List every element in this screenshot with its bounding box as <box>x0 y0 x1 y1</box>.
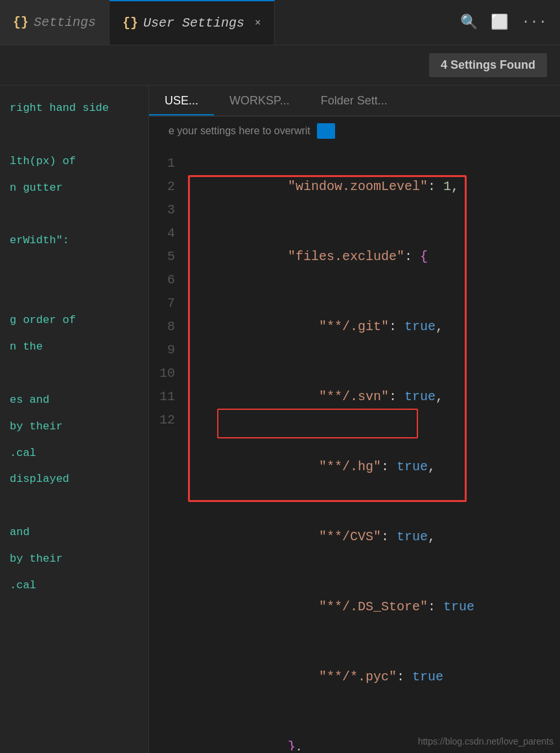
lp-item-13: by their <box>0 414 148 440</box>
close-tab-icon[interactable]: × <box>255 18 261 29</box>
lp-item-1: right hand side <box>0 95 148 122</box>
line-num-4: 4 <box>149 222 175 245</box>
lp-item-18: by their <box>0 546 148 573</box>
line-num-6: 6 <box>149 269 175 292</box>
line-num-10: 10 <box>149 362 175 385</box>
code-line-8: "**/.DS_Store": true <box>188 572 560 642</box>
line-numbers: 1 2 3 4 5 6 7 8 9 10 11 12 <box>149 152 188 750</box>
line-num-2: 2 <box>149 175 175 198</box>
line-num-3: 3 <box>149 198 175 222</box>
lp-item-15: displayed <box>0 466 148 493</box>
code-line-5: "**/.svn": true, <box>188 362 560 432</box>
code-line-3: "files.exclude": { <box>188 222 560 292</box>
more-actions-icon[interactable]: ··· <box>521 14 547 30</box>
instructions-line: e your settings here to overwrit <box>149 117 560 145</box>
lp-item-5 <box>0 202 148 228</box>
line-num-12: 12 <box>149 409 175 432</box>
lp-item-4: n gutter <box>0 175 148 202</box>
code-editor[interactable]: 1 2 3 4 5 6 7 8 9 10 11 12 <box>149 145 560 753</box>
right-panel: USE... WORKSP... Folder Sett... e your s… <box>149 86 560 753</box>
code-line-2: "window.zoomLevel": 1, <box>188 152 560 222</box>
code-line-6: "**/.hg": true, <box>188 432 560 502</box>
lp-item-19: .cal <box>0 573 148 599</box>
line-num-1: 1 <box>149 152 175 175</box>
left-panel-content: right hand side lth(px) of n gutter erWi… <box>0 86 148 609</box>
tab-settings-curly: {} <box>13 15 29 30</box>
left-panel: right hand side lth(px) of n gutter erWi… <box>0 86 149 753</box>
tab-user-settings-curly: {} <box>122 16 138 30</box>
lp-item-7 <box>0 254 148 281</box>
lp-item-16 <box>0 493 148 520</box>
code-content: "window.zoomLevel": 1, "files.exclude": … <box>188 152 560 750</box>
settings-found-bar: 4 Settings Found <box>0 45 560 86</box>
tab-bar: {} Settings {} User Settings × 🔍 ⬜ ··· <box>0 0 560 45</box>
line-num-11: 11 <box>149 385 175 409</box>
instructions-text: e your settings here to overwrit <box>169 125 310 137</box>
lp-item-6: erWidth": <box>0 228 148 254</box>
line-num-9: 9 <box>149 339 175 362</box>
code-line-7: "**/CVS": true, <box>188 502 560 572</box>
mini-icon <box>317 123 335 139</box>
split-editor-icon[interactable]: ⬜ <box>491 14 508 31</box>
code-line-4: "**/.git": true, <box>188 292 560 362</box>
code-lines: "window.zoomLevel": 1, "files.exclude": … <box>188 152 560 750</box>
lp-item-14: .cal <box>0 440 148 467</box>
code-line-9: "**/*.pyc": true <box>188 642 560 712</box>
content-area: right hand side lth(px) of n gutter erWi… <box>0 86 560 753</box>
lp-item-3: lth(px) of <box>0 149 148 175</box>
tab-workspace[interactable]: WORKSP... <box>214 88 305 115</box>
tab-folder[interactable]: Folder Sett... <box>305 88 403 115</box>
tab-user-settings-label: User Settings <box>143 16 244 30</box>
line-num-7: 7 <box>149 292 175 315</box>
tab-settings[interactable]: {} Settings <box>0 0 110 45</box>
lp-item-12: es and <box>0 387 148 414</box>
settings-found-badge: 4 Settings Found <box>429 53 547 77</box>
lp-item-11 <box>0 361 148 387</box>
lp-item-10: n the <box>0 334 148 361</box>
tab-user[interactable]: USE... <box>149 88 214 115</box>
line-num-5: 5 <box>149 245 175 269</box>
tab-toolbar: 🔍 ⬜ ··· <box>460 14 560 31</box>
tab-user-settings[interactable]: {} User Settings × <box>110 0 275 45</box>
lp-item-9: g order of <box>0 307 148 334</box>
lp-item-2 <box>0 122 148 149</box>
editor-tabs: USE... WORKSP... Folder Sett... <box>149 86 560 117</box>
line-num-8: 8 <box>149 315 175 339</box>
lp-item-17: and <box>0 520 148 546</box>
lp-item-8 <box>0 281 148 307</box>
watermark: https://blog.csdn.net/love_parents <box>418 736 554 747</box>
tab-settings-label: Settings <box>34 15 96 30</box>
search-replace-icon[interactable]: 🔍 <box>460 14 478 31</box>
